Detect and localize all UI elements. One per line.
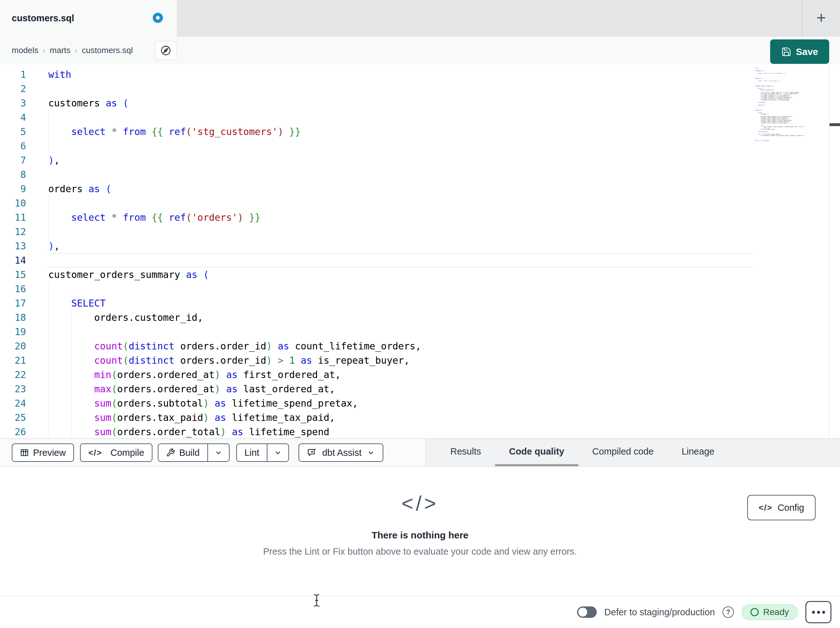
- code-content[interactable]: withcustomers as ( select * from {{ ref(…: [48, 67, 421, 439]
- indent-guide: [48, 110, 49, 153]
- preview-label: Preview: [33, 448, 66, 458]
- tabstrip-divider: [802, 0, 802, 36]
- build-split-button: Build: [158, 443, 230, 462]
- empty-state-subtitle: Press the Lint or Fix button above to ev…: [263, 546, 577, 557]
- dot-icon: [817, 611, 820, 614]
- unsaved-indicator-dot: [153, 13, 163, 23]
- file-header-bar: models › marts › customers.sql: [0, 36, 840, 64]
- code-editor[interactable]: 1234567891011121314151617181920212223242…: [0, 64, 840, 438]
- dbt-assist-label: dbt Assist: [322, 448, 362, 458]
- action-bar: Preview </> Compile Build: [0, 438, 840, 467]
- code-icon: </>: [759, 503, 773, 513]
- tab-lineage[interactable]: Lineage: [668, 439, 728, 466]
- tab-customers-sql[interactable]: customers.sql: [0, 0, 177, 36]
- chevron-down-icon: [214, 449, 223, 457]
- indent-guide: [71, 310, 71, 439]
- new-tab-button[interactable]: +: [809, 6, 833, 30]
- file-navigator-button[interactable]: [155, 41, 177, 60]
- save-button[interactable]: Save: [770, 40, 829, 64]
- ready-label: Ready: [763, 607, 789, 617]
- wrench-icon: [166, 448, 175, 457]
- build-label: Build: [179, 448, 200, 458]
- breadcrumb-models[interactable]: models: [12, 46, 38, 55]
- panel-tab-bar: Results Code quality Compiled code Linea…: [426, 439, 840, 466]
- tab-code-quality[interactable]: Code quality: [495, 439, 578, 466]
- scrollbar-track: [829, 64, 829, 438]
- compile-button[interactable]: </> Compile: [80, 443, 152, 462]
- dot-icon: [812, 611, 815, 614]
- breadcrumb: models › marts › customers.sql: [12, 36, 133, 64]
- empty-state: </> There is nothing here Press the Lint…: [0, 467, 840, 596]
- save-label: Save: [796, 46, 818, 57]
- more-menu-button[interactable]: [805, 601, 831, 623]
- build-dropdown-button[interactable]: [208, 444, 229, 461]
- empty-state-title: There is nothing here: [371, 530, 469, 541]
- code-quality-panel: </> There is nothing here Press the Lint…: [0, 467, 840, 596]
- help-icon[interactable]: ?: [723, 606, 734, 618]
- config-label: Config: [777, 503, 804, 513]
- code-icon: </>: [401, 492, 439, 515]
- tab-strip: customers.sql +: [0, 0, 840, 36]
- table-icon: [20, 448, 29, 457]
- indent-guide: [48, 282, 49, 439]
- save-icon: [781, 47, 791, 57]
- status-bar: Defer to staging/production ? Ready: [0, 596, 840, 628]
- tab-label: customers.sql: [12, 13, 74, 24]
- status-badge: Ready: [742, 604, 798, 620]
- line-number-gutter: 1234567891011121314151617181920212223242…: [0, 67, 26, 439]
- defer-toggle[interactable]: [577, 606, 597, 618]
- scrollbar-cursor-marker[interactable]: [829, 123, 840, 126]
- preview-button[interactable]: Preview: [12, 443, 74, 462]
- minimap[interactable]: withcustomers as ( select * from {{ ref(…: [755, 68, 804, 141]
- breadcrumb-separator: ›: [75, 46, 77, 55]
- build-button[interactable]: Build: [158, 444, 207, 461]
- lint-split-button: Lint: [236, 443, 289, 462]
- chevron-down-icon: [367, 449, 375, 457]
- compass-icon: [160, 44, 172, 57]
- tab-results[interactable]: Results: [436, 439, 495, 466]
- breadcrumb-separator: ›: [43, 46, 46, 55]
- tab-compiled-code[interactable]: Compiled code: [578, 439, 668, 466]
- toggle-knob: [578, 607, 587, 617]
- breadcrumb-customers-sql[interactable]: customers.sql: [82, 46, 133, 55]
- assist-sparkle-chat-icon: [307, 448, 317, 458]
- editor-actions: Preview </> Compile Build: [0, 439, 426, 466]
- dot-icon: [822, 611, 825, 614]
- lint-label: Lint: [245, 448, 259, 458]
- defer-label: Defer to staging/production: [604, 607, 715, 617]
- dbt-assist-button[interactable]: dbt Assist: [298, 443, 383, 462]
- config-button[interactable]: </> Config: [747, 495, 816, 520]
- indent-guide: [48, 196, 49, 239]
- ready-ring-icon: [750, 608, 759, 616]
- code-icon: </>: [88, 448, 102, 458]
- breadcrumb-marts[interactable]: marts: [50, 46, 71, 55]
- lint-dropdown-button[interactable]: [267, 444, 288, 461]
- compile-label-text: Compile: [111, 448, 144, 458]
- chevron-down-icon: [274, 449, 282, 457]
- lint-button[interactable]: Lint: [237, 444, 267, 461]
